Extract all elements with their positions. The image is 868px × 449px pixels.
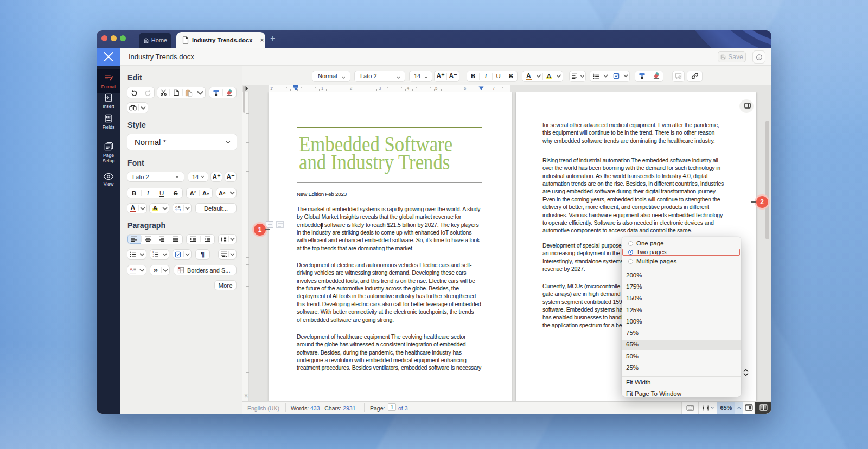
svg-text:A: A <box>175 205 177 208</box>
svg-text:A: A <box>130 267 133 272</box>
svg-text:3: 3 <box>152 255 154 257</box>
svg-text:B: B <box>178 205 180 208</box>
